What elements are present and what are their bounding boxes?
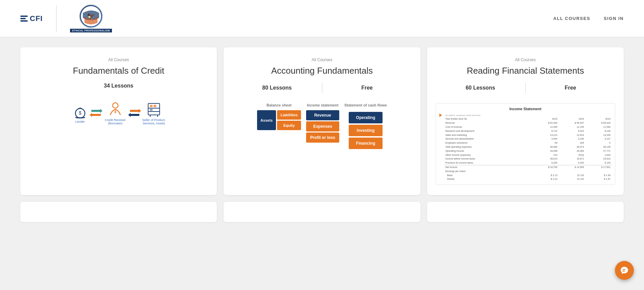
seller-icon: Seller of Product, Services, Assets <box>142 101 166 125</box>
lender-label: Lender <box>75 120 85 123</box>
bottom-card-3 <box>427 202 624 222</box>
income-statement-boxes: Revenue Expenses Profit or loss <box>306 110 339 143</box>
card3-lessons: 60 Lessons <box>436 85 525 91</box>
all-courses-nav-link[interactable]: ALL COURSES <box>553 16 590 21</box>
revenue-box: Revenue <box>306 110 339 120</box>
bottom-card-1 <box>20 202 217 222</box>
card3-title: Reading Financial Statements <box>467 66 584 76</box>
table-row: Net income $ 18,760 $ 14,569 $ 17,601 <box>444 165 612 169</box>
school-logo-circle: 🦅 <box>79 4 103 28</box>
table-row: Revenue $ 62,484 $ 59,437 $ 60,420 <box>444 121 612 125</box>
income-statement-table: (In millions, except per share amounts) … <box>444 114 612 181</box>
card2-meta: 80 Lessons Free <box>232 83 412 93</box>
table-row: Other income (expense) 215 (543) 1,643 <box>444 153 612 157</box>
liabilities-box: Liabilities <box>277 110 301 120</box>
school-logo: 🦅 ETHICAL PROFESSIONALISM <box>70 4 112 32</box>
school-logo-inner: 🦅 <box>81 6 101 26</box>
table-row: Employee severance 69 335 0 <box>444 141 612 145</box>
table-row: Basic $ 2.13 $ 1.63 $ 1.90 <box>444 173 612 177</box>
cfi-bar-1 <box>20 16 28 17</box>
card1-meta: 34 Lessons <box>29 83 208 89</box>
balance-right: Liabilities Equity <box>277 110 301 130</box>
main-content: All Courses Fundamentals of Credit 34 Le… <box>0 37 644 236</box>
card3-meta: 60 Lessons Free <box>436 83 615 93</box>
table-row: General and administration 4,004 3,190 3… <box>444 137 612 141</box>
course-card-fundamentals-of-credit[interactable]: All Courses Fundamentals of Credit 34 Le… <box>20 47 217 195</box>
card1-title: Fundamentals of Credit <box>73 66 164 76</box>
table-row: Operating income 34,098 29,363 27,771 <box>444 149 612 153</box>
profit-or-loss-box: Profit or loss <box>306 132 339 143</box>
cfi-logo: CFI <box>20 14 43 23</box>
card2-subtitle: All Courses <box>312 57 332 62</box>
seller-label: Seller of Product, Services, Assets <box>142 118 166 125</box>
bottom-card-2 <box>224 202 420 222</box>
svg-rect-12 <box>154 105 156 107</box>
header: CFI 🦅 ETHICAL PROFESS <box>0 0 644 37</box>
card1-lessons: 34 Lessons <box>29 83 208 89</box>
credit-arrows <box>91 110 101 116</box>
course-card-reading-financial-statements[interactable]: All Courses Reading Financial Statements… <box>427 47 624 195</box>
cfi-bar-2 <box>20 18 26 19</box>
cash-flow-boxes: Operating Investing Financing <box>349 112 383 149</box>
balance-sheet-col: Balance sheet Assets Liabilities Equity <box>257 103 301 130</box>
sign-in-nav-link[interactable]: SIGN IN <box>604 16 624 21</box>
svg-rect-11 <box>150 105 153 107</box>
card2-lessons: 80 Lessons <box>232 85 322 91</box>
investing-box: Investing <box>349 125 383 136</box>
table-row: Year Ended June 30, 2015 2016 2014 <box>444 117 612 121</box>
table-row: Income before income taxes 38,013 19,871… <box>444 157 612 161</box>
course-card-accounting-fundamentals[interactable]: All Courses Accounting Fundamentals 80 L… <box>224 47 420 195</box>
svg-rect-13 <box>150 109 153 111</box>
svg-rect-4 <box>76 117 85 119</box>
fs-table-title: Income Statement <box>439 107 612 111</box>
accounting-diagram: Balance sheet Assets Liabilities Equity … <box>257 103 387 149</box>
lender-icon: $ Lender <box>72 102 89 123</box>
income-statement-col: Income statement Revenue Expenses Profit… <box>306 103 339 143</box>
table-row: (In millions, except per share amounts) <box>444 114 612 117</box>
svg-text:$: $ <box>79 110 82 116</box>
credit-arrows-2 <box>130 110 139 116</box>
card2-free: Free <box>322 85 412 91</box>
table-row: Cost of revenue 12,395 12,155 11,590 <box>444 125 612 129</box>
equity-box: Equity <box>277 121 301 130</box>
school-badge: ETHICAL PROFESSIONALISM <box>70 29 112 32</box>
cash-flows-title: Statement of cash flows <box>344 103 387 107</box>
table-row: Provision for income taxes 6,253 5,254 6… <box>444 161 612 165</box>
cfi-brand-name: CFI <box>30 14 43 23</box>
header-nav: ALL COURSES SIGN IN <box>553 16 624 21</box>
income-statement-image: Income Statement (In millions, except pe… <box>436 103 615 185</box>
balance-sheet-boxes: Assets Liabilities Equity <box>257 110 301 130</box>
svg-point-5 <box>113 103 118 108</box>
assets-box: Assets <box>257 110 276 130</box>
borrower-label: Credit Receiver (Borrower) <box>104 118 127 125</box>
cards-row: All Courses Fundamentals of Credit 34 Le… <box>20 47 624 195</box>
table-row: Total operating expenses 38,380 38,074 3… <box>444 145 612 149</box>
borrower-icon: Credit Receiver (Borrower) <box>104 101 127 125</box>
cfi-bars-icon <box>20 16 28 22</box>
expenses-box: Expenses <box>306 121 339 131</box>
card3-subtitle: All Courses <box>515 57 536 62</box>
header-left: CFI 🦅 ETHICAL PROFESS <box>20 4 112 32</box>
credit-illustration: $ Lender <box>72 101 166 125</box>
financing-box: Financing <box>349 138 383 149</box>
fs-arrow-icon <box>439 114 442 117</box>
cards-row-bottom <box>20 202 624 222</box>
table-row: Earnings per share: <box>444 169 612 173</box>
table-row: Research and development 8,714 9,010 8,1… <box>444 129 612 133</box>
table-row: Sales and marketing 13,214 12,819 13,245 <box>444 133 612 137</box>
income-statement-title: Income statement <box>307 103 339 107</box>
card1-subtitle: All Courses <box>108 57 129 62</box>
card2-title: Accounting Fundamentals <box>271 66 373 76</box>
card3-free: Free <box>526 85 615 91</box>
cash-flows-col: Statement of cash flows Operating Invest… <box>344 103 387 149</box>
cfi-bar-3 <box>20 20 28 22</box>
operating-box: Operating <box>349 112 383 123</box>
balance-sheet-title: Balance sheet <box>267 103 292 107</box>
header-logo-divider <box>56 5 56 32</box>
table-row: Diluted $ 2.10 $ 1.62 $ 1.87 <box>444 177 612 181</box>
